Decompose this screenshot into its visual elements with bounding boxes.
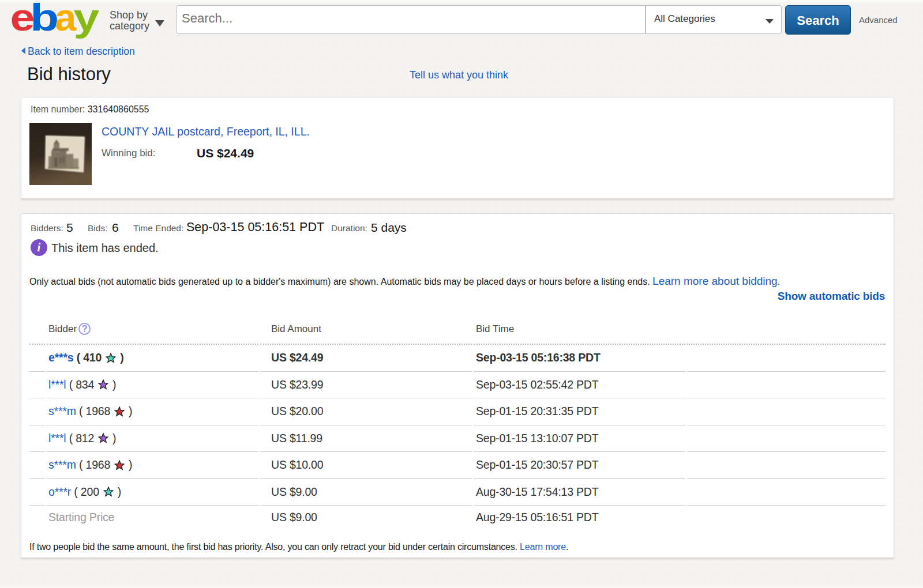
svg-text:ebay: ebay xyxy=(10,0,100,39)
